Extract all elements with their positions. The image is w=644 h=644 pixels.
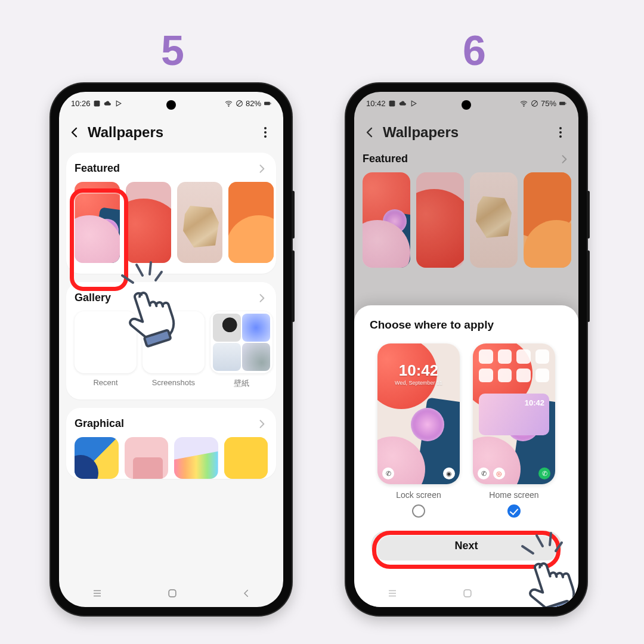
battery-icon (264, 100, 271, 107)
recents-nav-icon[interactable] (91, 588, 104, 599)
radio-home-screen[interactable] (507, 504, 521, 518)
sheet-title: Choose where to apply (370, 318, 565, 332)
gallery-tile-screenshots[interactable]: Screenshots (143, 311, 205, 389)
svg-rect-26 (464, 590, 471, 597)
camera-hole (462, 100, 471, 110)
gallery-tile-wallpapers-jp[interactable]: 壁紙 (210, 311, 273, 389)
play-icon (114, 100, 122, 107)
svg-line-4 (237, 101, 242, 106)
step-number-5: 5 (161, 27, 184, 75)
highlight-next-button (372, 531, 561, 569)
graphical-title: Graphical (75, 417, 124, 430)
svg-marker-1 (116, 101, 121, 106)
home-widget: 10:42 (479, 394, 549, 435)
home-icons (479, 349, 549, 382)
svg-rect-22 (565, 103, 566, 104)
gallery-section: Gallery Recent Screenshots (66, 282, 276, 400)
status-time: 10:26 (71, 99, 91, 108)
radio-lock-screen[interactable] (412, 504, 425, 518)
phone-step-6: 10:42 75% Wallpapers Featured (346, 83, 587, 615)
apply-option-home-screen[interactable]: 10:42 ✆ ◎ ✆ Home screen (472, 343, 556, 518)
phone-step-5: 10:26 82% (51, 83, 292, 615)
no-signal-icon (236, 100, 243, 107)
chevron-right-icon[interactable] (256, 163, 268, 175)
gallery-label: Recent (75, 378, 137, 387)
svg-point-18 (524, 106, 524, 106)
gallery-tile-recent[interactable]: Recent (75, 311, 137, 389)
svg-rect-0 (94, 100, 100, 106)
lock-phone-icon: ✆ (382, 467, 394, 479)
svg-rect-10 (169, 590, 176, 597)
gallery-label: Screenshots (143, 378, 205, 387)
home-nav-icon[interactable] (166, 587, 178, 599)
graphical-section: Graphical (66, 408, 276, 479)
home-phone-icon: ✆ (478, 467, 490, 479)
status-battery-text: 82% (246, 99, 261, 108)
apply-label: Home screen (489, 490, 538, 500)
play-icon (410, 100, 417, 107)
svg-rect-21 (559, 101, 565, 104)
no-signal-icon (531, 100, 538, 107)
back-icon[interactable] (67, 125, 82, 140)
lock-camera-icon: ◉ (443, 467, 455, 479)
recents-nav-icon[interactable] (386, 588, 399, 599)
back-nav-icon[interactable] (241, 588, 252, 599)
cloud-icon (103, 100, 112, 107)
camera-hole (166, 100, 176, 110)
featured-wallpaper-4[interactable] (228, 182, 274, 263)
image-icon (388, 100, 396, 107)
graphical-wallpaper-4[interactable] (224, 437, 268, 479)
chevron-right-icon[interactable] (256, 418, 268, 430)
featured-title: Featured (75, 162, 120, 175)
home-app-icon: ◎ (493, 467, 505, 479)
android-navbar (354, 580, 578, 607)
header: Wallpapers (59, 114, 283, 153)
featured-wallpaper-3[interactable] (177, 182, 222, 263)
home-call-icon: ✆ (538, 467, 550, 479)
battery-icon (559, 100, 566, 107)
android-navbar (59, 580, 283, 607)
page-title: Wallpapers (88, 124, 258, 141)
apply-label: Lock screen (396, 490, 441, 500)
more-options-icon[interactable] (258, 127, 273, 138)
featured-wallpaper-2[interactable] (126, 182, 171, 263)
svg-line-20 (532, 101, 537, 106)
svg-marker-17 (411, 101, 416, 106)
highlight-featured-wallpaper (70, 188, 128, 291)
apply-option-lock-screen[interactable]: 10:42 Wed, September 11 ✆ ◉ Lock screen (376, 343, 461, 518)
wifi-icon (224, 100, 233, 107)
wifi-icon (519, 100, 528, 107)
graphical-wallpaper-1[interactable] (75, 437, 119, 479)
graphical-wallpaper-2[interactable] (125, 437, 169, 479)
svg-rect-5 (264, 101, 270, 104)
svg-point-2 (228, 106, 229, 106)
svg-rect-16 (389, 100, 395, 106)
svg-rect-6 (270, 103, 271, 104)
back-nav-icon[interactable] (536, 588, 547, 599)
status-battery-text: 75% (541, 99, 556, 108)
gallery-label: 壁紙 (210, 378, 273, 389)
image-icon (93, 100, 101, 107)
gallery-title: Gallery (75, 292, 111, 304)
chevron-right-icon[interactable] (256, 292, 268, 304)
home-nav-icon[interactable] (462, 587, 473, 599)
status-time: 10:42 (366, 99, 386, 108)
cloud-icon (398, 100, 407, 107)
graphical-wallpaper-3[interactable] (174, 437, 218, 479)
lock-clock: 10:42 Wed, September 11 (377, 361, 460, 386)
step-number-6: 6 (463, 27, 486, 75)
